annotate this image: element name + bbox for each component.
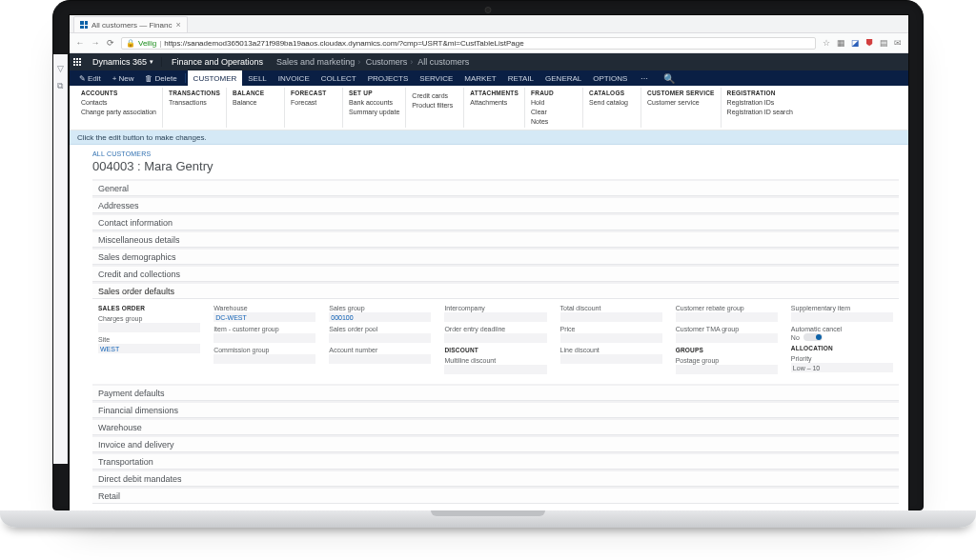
new-button[interactable]: +New [107, 70, 140, 86]
field-postage-group: Postage group [676, 357, 778, 374]
crumb-1[interactable]: Customers [366, 57, 408, 67]
ribbon-item[interactable]: Bank accounts [349, 98, 399, 108]
mail-icon[interactable]: ✉ [893, 38, 903, 48]
section-sales-order-defaults[interactable]: Sales order defaults [92, 282, 899, 299]
sales-order-pool-input[interactable] [329, 333, 431, 343]
ribbon-item[interactable]: Clear [531, 108, 577, 117]
customer-rebate-group-input[interactable] [676, 312, 778, 322]
overflow-icon[interactable]: ⋯ [635, 70, 654, 86]
ribbon-group: ACCOUNTSContactsChange party association [75, 88, 163, 128]
ribbon-group: BALANCEBalance [227, 88, 285, 128]
address-bar[interactable]: 🔒 Veilig | https://sanademod365013a271f9… [121, 37, 816, 50]
ribbon-item[interactable]: Credit cards [412, 91, 458, 101]
sales-group-input[interactable]: 000100 [329, 312, 431, 322]
section-warehouse[interactable]: Warehouse [92, 418, 899, 435]
tab-collect[interactable]: COLLECT [315, 70, 362, 86]
tab-service[interactable]: SERVICE [414, 70, 458, 86]
automatic-cancel-value: No [791, 334, 800, 341]
ext-icon[interactable]: ◪ [850, 38, 860, 48]
price-input[interactable] [560, 333, 662, 343]
multiline-discount-input[interactable] [444, 365, 546, 374]
ribbon-item[interactable]: Registration ID search [727, 108, 793, 117]
section-transportation[interactable]: Transportation [92, 452, 899, 470]
ribbon-item[interactable]: Contacts [81, 98, 156, 108]
tab-projects[interactable]: PROJECTS [362, 70, 415, 86]
forward-icon[interactable]: → [91, 38, 100, 48]
back-icon[interactable]: ← [75, 38, 85, 48]
section-financial-dimensions[interactable]: Financial dimensions [92, 401, 899, 418]
ribbon-item[interactable]: Notes [531, 117, 577, 127]
ribbon-item[interactable]: Attachments [470, 98, 518, 108]
star-icon[interactable]: ☆ [822, 38, 831, 48]
ribbon-group-title: REGISTRATION [727, 90, 793, 96]
section-credit[interactable]: Credit and collections [92, 265, 899, 282]
ribbon-group-title: CUSTOMER SERVICE [647, 90, 715, 96]
section-invoice-delivery[interactable]: Invoice and delivery [92, 435, 899, 452]
ribbon-item[interactable]: Send catalog [589, 98, 635, 108]
ribbon-item[interactable]: Change party association [81, 108, 156, 117]
info-bar: Click the edit button to make changes. [70, 130, 908, 145]
field-multiline-discount: Multiline discount [444, 357, 546, 374]
section-addresses[interactable]: Addresses [92, 196, 899, 213]
line-discount-input[interactable] [560, 354, 662, 364]
ribbon-group: SET UPBank accountsSummary update [343, 88, 406, 128]
tab-market[interactable]: MARKET [458, 70, 501, 86]
crumb-0[interactable]: Sales and marketing [276, 57, 355, 67]
section-demo[interactable]: Sales demographics [92, 248, 899, 265]
account-number-input[interactable] [329, 354, 431, 364]
ribbon-item[interactable]: Forecast [291, 98, 336, 108]
postage-group-input[interactable] [676, 365, 778, 374]
field-commission-group: Commission group [214, 347, 315, 364]
ribbon-item[interactable]: Transactions [169, 98, 220, 108]
product-switcher[interactable]: Dynamics 365 ▾ [85, 57, 162, 67]
section-general[interactable]: General [92, 179, 899, 196]
charges-group-input[interactable] [98, 323, 200, 332]
close-icon[interactable]: × [175, 21, 180, 30]
section-payment-defaults[interactable]: Payment defaults [92, 384, 899, 401]
item-customer-group-input[interactable] [214, 333, 315, 343]
ribbon-group: TRANSACTIONSTransactions [163, 88, 227, 128]
ribbon-item[interactable]: Customer service [647, 98, 715, 108]
shield-icon[interactable]: ⛊ [864, 38, 874, 48]
crumb-2[interactable]: All customers [417, 57, 469, 67]
commission-group-input[interactable] [214, 354, 315, 364]
ribbon-item[interactable]: Registration IDs [727, 98, 793, 108]
section-contact[interactable]: Contact information [92, 213, 899, 230]
priority-input[interactable]: Low – 10 [791, 363, 893, 372]
section-retail[interactable]: Retail [92, 487, 899, 504]
tab-invoice[interactable]: INVOICE [273, 70, 315, 86]
tab-options[interactable]: OPTIONS [587, 70, 633, 86]
tab-general[interactable]: GENERAL [539, 70, 587, 86]
edit-button[interactable]: ✎Edit [73, 70, 107, 86]
ribbon-item[interactable]: Balance [233, 98, 278, 108]
field-automatic-cancel: Automatic cancel No [791, 326, 893, 341]
tab-sell[interactable]: SELL [242, 70, 273, 86]
search-icon[interactable]: 🔍 [658, 70, 681, 86]
section-direct-debit[interactable]: Direct debit mandates [92, 470, 899, 487]
tab-retail[interactable]: RETAIL [502, 70, 539, 86]
customer-tma-group-input[interactable] [676, 333, 778, 343]
apps-icon[interactable]: ▦ [836, 38, 845, 48]
reload-icon[interactable]: ⟳ [106, 38, 115, 48]
ribbon-group-title: BALANCE [233, 90, 278, 96]
ext2-icon[interactable]: ▤ [879, 38, 888, 48]
ribbon-group: CATALOGSSend catalog [583, 88, 641, 128]
total-discount-input[interactable] [560, 312, 662, 322]
supplementary-item-input[interactable] [791, 312, 893, 322]
waffle-icon[interactable] [70, 53, 85, 70]
delete-button[interactable]: 🗑Delete [139, 70, 182, 86]
site-input[interactable]: WEST [98, 344, 200, 353]
url-text: https://sanademod365013a271f989ba19aaos.… [164, 39, 523, 48]
tab-customer[interactable]: CUSTOMER [188, 70, 243, 86]
laptop-frame: All customers — Financ × ← → ⟳ 🔒 Veilig … [0, 0, 976, 560]
automatic-cancel-toggle[interactable] [803, 333, 823, 341]
page-title: 004003 : Mara Gentry [92, 159, 899, 173]
browser-tab[interactable]: All customers — Financ × [73, 16, 188, 32]
ribbon-item[interactable]: Product filters [412, 101, 458, 110]
ribbon-item[interactable]: Hold [531, 98, 577, 108]
order-entry-deadline-input[interactable] [444, 333, 546, 343]
ribbon-item[interactable]: Summary update [349, 108, 399, 117]
intercompany-input[interactable] [444, 312, 546, 322]
warehouse-input[interactable]: DC-WEST [214, 312, 315, 322]
section-misc[interactable]: Miscellaneous details [92, 230, 899, 248]
